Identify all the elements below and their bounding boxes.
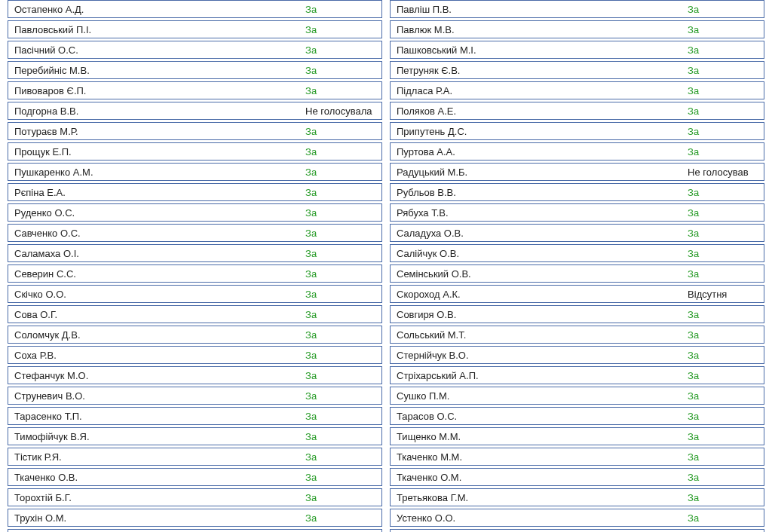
vote-value: За	[688, 187, 770, 198]
vote-value: За	[688, 146, 770, 157]
vote-row: Перебийніс М.В.За	[8, 61, 382, 79]
vote-value: За	[688, 411, 770, 422]
vote-row: Сольський М.Т.За	[390, 326, 764, 344]
vote-row: Скороход А.К.Відсутня	[390, 285, 764, 303]
vote-value: За	[305, 167, 388, 178]
vote-value: За	[305, 85, 388, 96]
deputy-name: Тимофійчук В.Я.	[8, 431, 305, 442]
deputy-name: Павліш П.В.	[391, 4, 688, 15]
vote-row: Трухін О.М.За	[8, 509, 382, 527]
vote-row: Саламаха О.І.За	[8, 244, 382, 262]
deputy-name: Тарасов О.С.	[391, 411, 688, 422]
vote-row: Струневич В.О.За	[8, 387, 382, 405]
vote-row: Соломчук Д.В.За	[8, 326, 382, 344]
vote-row: Припутень Д.С.За	[390, 122, 764, 140]
deputy-name: Скічко О.О.	[8, 289, 305, 300]
vote-row: Пасічний О.С.За	[8, 41, 382, 59]
vote-row: Павліш П.В.За	[390, 0, 764, 18]
vote-value: За	[305, 289, 388, 300]
vote-row: Третьякова Г.М.За	[390, 488, 764, 506]
deputy-name: Саламаха О.І.	[8, 248, 305, 259]
deputy-name: Подгорна В.В.	[8, 105, 305, 117]
vote-value: За	[688, 65, 770, 76]
deputy-name: Радуцький М.Б.	[391, 167, 688, 178]
deputy-name: Сова О.Г.	[8, 309, 305, 320]
vote-value: За	[305, 472, 388, 483]
vote-value: За	[688, 85, 770, 96]
deputy-name: Рєпіна Е.А.	[8, 187, 305, 198]
vote-value: За	[305, 207, 388, 219]
vote-row: Підласа Р.А.За	[390, 81, 764, 99]
deputy-name: Струневич В.О.	[8, 390, 305, 402]
left-column: Остапенко А.Д.ЗаПавловський П.І.ЗаПасічн…	[8, 0, 382, 532]
deputy-name: Рубльов В.В.	[391, 187, 688, 198]
vote-row: Северин С.С.За	[8, 264, 382, 283]
vote-value: За	[688, 512, 770, 524]
vote-value: За	[305, 370, 388, 381]
deputy-name: Підласа Р.А.	[391, 85, 688, 96]
deputy-name: Скороход А.К.	[391, 289, 688, 300]
deputy-name: Стефанчук М.О.	[8, 370, 305, 381]
vote-value: За	[305, 44, 388, 56]
deputy-name: Салійчук О.В.	[391, 248, 688, 259]
deputy-name: Соха Р.В.	[8, 350, 305, 361]
deputy-name: Павловський П.І.	[8, 24, 305, 35]
vote-value: За	[305, 492, 388, 503]
vote-value: За	[688, 4, 770, 15]
vote-value: За	[305, 126, 388, 137]
vote-row: Прощук Е.П.За	[8, 142, 382, 161]
vote-row: Рябуха Т.В.За	[390, 203, 764, 222]
vote-value: За	[305, 451, 388, 463]
vote-row: Тістик Р.Я.За	[8, 448, 382, 466]
vote-row: Сова О.Г.За	[8, 305, 382, 323]
vote-row: Салійчук О.В.За	[390, 244, 764, 262]
deputy-name: Остапенко А.Д.	[8, 4, 305, 15]
vote-value: За	[305, 228, 388, 239]
vote-value: За	[305, 146, 388, 157]
deputy-name: Припутень Д.С.	[391, 126, 688, 137]
vote-row: Совгиря О.В.За	[390, 305, 764, 323]
vote-row: Подгорна В.В.Не голосувала	[8, 102, 382, 120]
vote-row: Поляков А.Е.За	[390, 102, 764, 120]
vote-value: За	[688, 329, 770, 341]
vote-value: За	[688, 350, 770, 361]
vote-row: Тарасенко Т.П.За	[8, 407, 382, 425]
vote-value: За	[688, 44, 770, 56]
deputy-name: Руденко О.С.	[8, 207, 305, 219]
vote-row: Скічко О.О.За	[8, 285, 382, 303]
deputy-name: Сольський М.Т.	[391, 329, 688, 341]
deputy-name: Трухін О.М.	[8, 512, 305, 524]
deputy-name: Тарасенко Т.П.	[8, 411, 305, 422]
deputy-name: Пивоваров Є.П.	[8, 85, 305, 96]
vote-row: Устенко О.О.За	[390, 509, 764, 527]
vote-row: Остапенко А.Д.За	[8, 0, 382, 18]
vote-row: Тарасов О.С.За	[390, 407, 764, 425]
vote-value: За	[688, 105, 770, 117]
vote-value: За	[305, 248, 388, 259]
vote-row: Савченко О.С.За	[8, 224, 382, 242]
vote-row: Федієнко О.П.За	[8, 529, 382, 532]
vote-value: За	[688, 472, 770, 483]
vote-row: Саладуха О.В.За	[390, 224, 764, 242]
vote-value: За	[305, 512, 388, 524]
vote-value: За	[305, 309, 388, 320]
deputy-name: Пушкаренко А.М.	[8, 167, 305, 178]
vote-row: Торохтій Б.Г.За	[8, 488, 382, 506]
vote-value: За	[688, 370, 770, 381]
vote-row: Тимофійчук В.Я.За	[8, 427, 382, 445]
vote-row: Ткаченко О.В.За	[8, 468, 382, 486]
vote-value: За	[688, 24, 770, 35]
deputy-name: Тістик Р.Я.	[8, 451, 305, 463]
deputy-name: Пуртова А.А.	[391, 146, 688, 157]
vote-value: За	[305, 65, 388, 76]
vote-row: Стріхарський А.П.За	[390, 366, 764, 384]
vote-value: За	[688, 390, 770, 402]
vote-value: За	[688, 309, 770, 320]
vote-row: Петруняк Є.В.За	[390, 61, 764, 79]
vote-row: Стернійчук В.О.За	[390, 346, 764, 364]
vote-row: Руденко О.С.За	[8, 203, 382, 222]
deputy-name: Соломчук Д.В.	[8, 329, 305, 341]
vote-value: Не голосував	[688, 167, 770, 178]
deputy-name: Стернійчук В.О.	[391, 350, 688, 361]
deputy-name: Перебийніс М.В.	[8, 65, 305, 76]
